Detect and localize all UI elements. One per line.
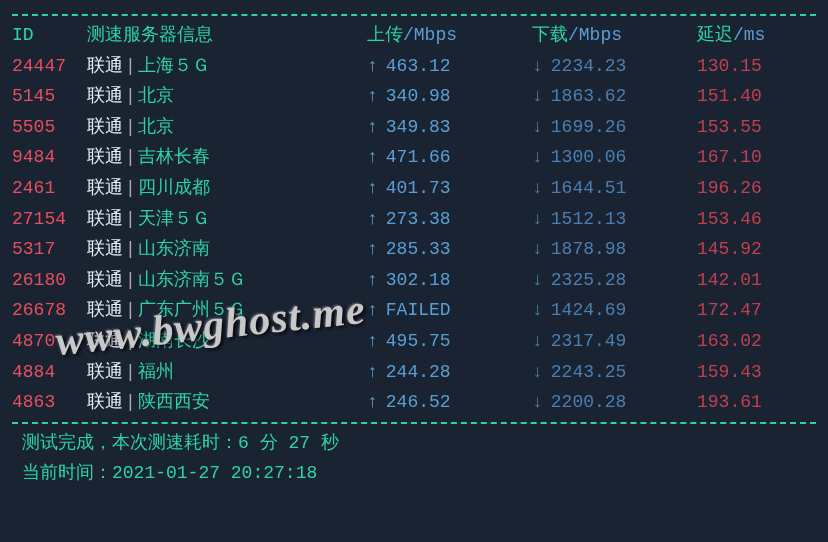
latency-value: 159.43 [697, 357, 762, 388]
table-row: 5317联通|山东济南↑285.33↓1878.98145.92 [12, 234, 816, 265]
pipe-icon: | [125, 112, 136, 143]
arrow-down-icon: ↓ [532, 357, 543, 388]
download-value: 1512.13 [551, 204, 627, 235]
pipe-icon: | [125, 234, 136, 265]
pipe-icon: | [125, 142, 136, 173]
upload-value: 273.38 [386, 204, 451, 235]
cell-id: 5145 [12, 81, 87, 112]
table-row: 4884联通|福州↑244.28↓2243.25159.43 [12, 357, 816, 388]
cell-isp: 联通 [87, 81, 123, 112]
cell-latency: 145.92 [697, 234, 816, 265]
arrow-down-icon: ↓ [532, 234, 543, 265]
cell-download: ↓1644.51 [532, 173, 697, 204]
cell-location: 吉林长春 [138, 142, 210, 173]
arrow-down-icon: ↓ [532, 51, 543, 82]
cell-latency: 142.01 [697, 265, 816, 296]
latency-value: 193.61 [697, 387, 762, 418]
download-value: 1300.06 [551, 142, 627, 173]
pipe-icon: | [125, 357, 136, 388]
cell-upload: ↑244.28 [367, 357, 532, 388]
upload-value: FAILED [386, 295, 451, 326]
cell-location: 山东济南 [138, 234, 210, 265]
latency-value: 153.46 [697, 204, 762, 235]
arrow-down-icon: ↓ [532, 265, 543, 296]
download-value: 1863.62 [551, 81, 627, 112]
cell-location: 湖南长沙 [138, 326, 210, 357]
latency-value: 172.47 [697, 295, 762, 326]
latency-value: 196.26 [697, 173, 762, 204]
cell-isp: 联通 [87, 326, 123, 357]
upload-value: 285.33 [386, 234, 451, 265]
cell-upload: ↑273.38 [367, 204, 532, 235]
cell-download: ↓1300.06 [532, 142, 697, 173]
upload-value: 349.83 [386, 112, 451, 143]
arrow-down-icon: ↓ [532, 326, 543, 357]
download-value: 2317.49 [551, 326, 627, 357]
cell-upload: ↑401.73 [367, 173, 532, 204]
cell-isp: 联通 [87, 265, 123, 296]
cell-upload: ↑246.52 [367, 387, 532, 418]
cell-download: ↓2317.49 [532, 326, 697, 357]
cell-isp: 联通 [87, 357, 123, 388]
header-id: ID [12, 20, 87, 51]
arrow-down-icon: ↓ [532, 81, 543, 112]
cell-isp: 联通 [87, 173, 123, 204]
divider-top [12, 14, 816, 16]
download-value: 1699.26 [551, 112, 627, 143]
table-row: 24447联通|上海５Ｇ↑463.12↓2234.23130.15 [12, 51, 816, 82]
arrow-up-icon: ↑ [367, 142, 378, 173]
cell-server: 联通|北京 [87, 81, 367, 112]
download-value: 2243.25 [551, 357, 627, 388]
cell-latency: 163.02 [697, 326, 816, 357]
upload-value: 302.18 [386, 265, 451, 296]
pipe-icon: | [125, 204, 136, 235]
table-row: 27154联通|天津５Ｇ↑273.38↓1512.13153.46 [12, 204, 816, 235]
cell-download: ↓1699.26 [532, 112, 697, 143]
table-row: 26678联通|广东广州５Ｇ↑FAILED↓1424.69172.47 [12, 295, 816, 326]
cell-id: 4870 [12, 326, 87, 357]
pipe-icon: | [125, 51, 136, 82]
upload-value: 471.66 [386, 142, 451, 173]
cell-download: ↓2200.28 [532, 387, 697, 418]
arrow-up-icon: ↑ [367, 295, 378, 326]
table-row: 5145联通|北京↑340.98↓1863.62151.40 [12, 81, 816, 112]
cell-isp: 联通 [87, 295, 123, 326]
latency-value: 151.40 [697, 81, 762, 112]
arrow-up-icon: ↑ [367, 326, 378, 357]
upload-value: 463.12 [386, 51, 451, 82]
cell-isp: 联通 [87, 51, 123, 82]
latency-value: 163.02 [697, 326, 762, 357]
header-download: 下载/Mbps [532, 20, 697, 51]
header-row: ID 测速服务器信息 上传/Mbps 下载/Mbps 延迟/ms [12, 20, 816, 51]
cell-upload: ↑471.66 [367, 142, 532, 173]
upload-value: 244.28 [386, 357, 451, 388]
latency-value: 145.92 [697, 234, 762, 265]
cell-id: 24447 [12, 51, 87, 82]
cell-isp: 联通 [87, 234, 123, 265]
cell-location: 福州 [138, 357, 174, 388]
header-upload: 上传/Mbps [367, 20, 532, 51]
cell-latency: 151.40 [697, 81, 816, 112]
cell-location: 陕西西安 [138, 387, 210, 418]
pipe-icon: | [125, 295, 136, 326]
cell-latency: 153.46 [697, 204, 816, 235]
cell-location: 广东广州５Ｇ [138, 295, 246, 326]
cell-id: 4884 [12, 357, 87, 388]
cell-server: 联通|北京 [87, 112, 367, 143]
download-value: 2325.28 [551, 265, 627, 296]
table-row: 9484联通|吉林长春↑471.66↓1300.06167.10 [12, 142, 816, 173]
cell-upload: ↑302.18 [367, 265, 532, 296]
download-value: 2200.28 [551, 387, 627, 418]
pipe-icon: | [125, 387, 136, 418]
cell-server: 联通|陕西西安 [87, 387, 367, 418]
cell-latency: 153.55 [697, 112, 816, 143]
arrow-up-icon: ↑ [367, 112, 378, 143]
cell-id: 26678 [12, 295, 87, 326]
upload-value: 401.73 [386, 173, 451, 204]
cell-location: 北京 [138, 81, 174, 112]
arrow-down-icon: ↓ [532, 112, 543, 143]
cell-upload: ↑463.12 [367, 51, 532, 82]
cell-latency: 193.61 [697, 387, 816, 418]
download-value: 1644.51 [551, 173, 627, 204]
cell-latency: 196.26 [697, 173, 816, 204]
